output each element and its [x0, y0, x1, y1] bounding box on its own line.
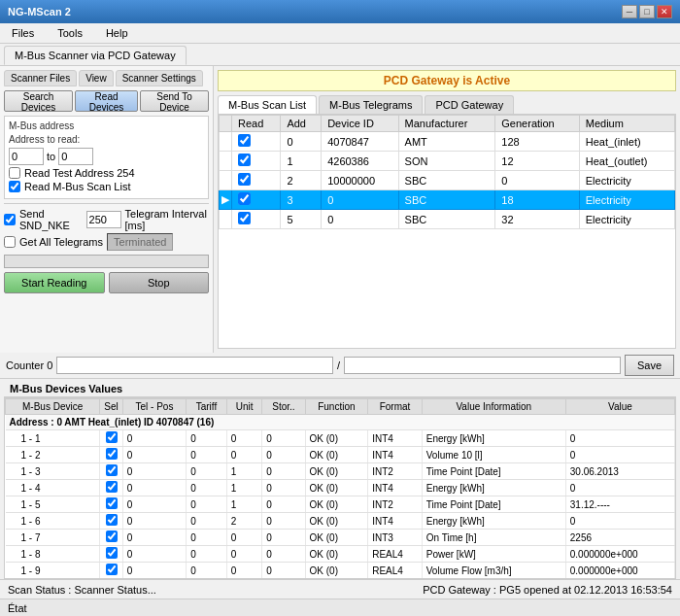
row-manufacturer: SBC — [398, 171, 495, 190]
send-snd-checkbox[interactable] — [4, 214, 16, 225]
val-unit: 2 — [226, 513, 262, 530]
values-table-row[interactable]: 1 - 8 0 0 0 0 OK (0) REAL4 Power [kW] 0.… — [6, 546, 675, 563]
get-all-label: Get All Telegrams — [19, 236, 103, 248]
address-to-label: to — [47, 151, 55, 162]
name-comment-input-2[interactable] — [344, 357, 621, 374]
val-tel-pos: 0 — [122, 546, 186, 563]
row-read — [232, 171, 281, 190]
val-function: OK (0) — [305, 546, 368, 563]
address-to-input[interactable] — [58, 148, 93, 165]
stop-button[interactable]: Stop — [109, 272, 210, 293]
read-test-checkbox[interactable] — [9, 167, 20, 179]
values-table-row[interactable]: 1 - 7 0 0 0 0 OK (0) INT3 On Time [h] 22… — [6, 530, 675, 546]
val-unit: 1 — [226, 463, 262, 480]
row-generation: 0 — [495, 171, 579, 190]
scan-status-value: Scanner Status... — [75, 584, 156, 596]
scan-table-row[interactable]: 2 10000000 SBC 0 Electricity — [220, 171, 675, 190]
values-table-row[interactable]: 1 - 2 0 0 0 0 OK (0) INT4 Volume 10 [l] … — [6, 447, 675, 463]
val-value-info: Volume 10 [l] — [422, 447, 565, 463]
values-header: M-Bus Devices Values — [4, 381, 676, 397]
tab-scanner-settings[interactable]: Scanner Settings — [116, 70, 203, 86]
val-tel-pos: 0 — [122, 463, 186, 480]
val-sel — [100, 480, 122, 496]
maximize-button[interactable]: □ — [639, 5, 655, 18]
val-tariff: 0 — [187, 513, 227, 530]
pcd-gateway-label: PCD Gateway : — [423, 584, 496, 596]
name-comment-input[interactable] — [56, 357, 333, 374]
row-read — [232, 152, 281, 171]
address-from-input[interactable] — [9, 148, 44, 165]
tab-view[interactable]: View — [79, 70, 114, 86]
scan-table-row[interactable]: 1 4260386 SON 12 Heat_(outlet) — [220, 152, 675, 171]
tab-mbus-scan-list[interactable]: M-Bus Scan List — [218, 95, 317, 114]
top-half: Scanner Files View Scanner Settings Sear… — [0, 66, 680, 353]
values-table-row[interactable]: 1 - 3 0 0 1 0 OK (0) INT2 Time Point [Da… — [6, 463, 675, 480]
get-all-checkbox[interactable] — [4, 236, 16, 248]
values-table-row[interactable]: 1 - 5 0 0 1 0 OK (0) INT2 Time Point [Da… — [6, 496, 675, 513]
values-table-row[interactable]: 1 - 9 0 0 0 0 OK (0) REAL4 Volume Flow [… — [6, 563, 675, 579]
val-value-info: Energy [kWh] — [422, 513, 565, 530]
col-read: Read — [232, 116, 281, 132]
tab-scanner-files[interactable]: Scanner Files — [4, 70, 77, 86]
pcd-gateway-info: PCD Gateway : PG5 opened at 02.12.2013 1… — [423, 584, 672, 596]
val-value-info: Time Point [Date] — [422, 463, 565, 480]
scan-table-row[interactable]: ▶ 3 0 SBC 18 Electricity — [220, 190, 675, 210]
values-table-row[interactable]: 1 - 6 0 0 2 0 OK (0) INT4 Energy [kWh] 0 — [6, 513, 675, 530]
val-function: OK (0) — [305, 563, 368, 579]
scanner-tabs: Scanner Files View Scanner Settings — [4, 70, 209, 86]
address-label: M-Bus address — [9, 120, 204, 131]
search-devices-button[interactable]: Search Devices — [4, 90, 73, 112]
values-col-header: Value — [565, 399, 674, 415]
val-stor: 0 — [262, 546, 305, 563]
val-tel-pos: 0 — [122, 563, 186, 579]
read-mbus-checkbox[interactable] — [9, 181, 20, 192]
close-button[interactable]: ✕ — [657, 5, 672, 18]
row-device-id: 0 — [322, 210, 398, 229]
scan-table-row[interactable]: 0 4070847 AMT 128 Heat_(inlet) — [220, 132, 675, 152]
tab-mbus-scanner[interactable]: M-Bus Scanner via PCD Gateway — [4, 46, 187, 65]
row-device-id: 0 — [322, 190, 398, 210]
col-add: Add — [281, 116, 322, 132]
val-sel — [100, 513, 122, 530]
send-snd-value-input[interactable] — [86, 211, 121, 228]
menu-files[interactable]: Files — [4, 25, 42, 41]
val-tariff: 0 — [187, 447, 227, 463]
val-value-info: Volume Flow [m3/h] — [422, 563, 565, 579]
window-title: NG-MScan 2 — [8, 6, 71, 17]
values-table-wrapper[interactable]: M-Bus DeviceSelTel - PosTariffUnitStor..… — [4, 397, 676, 579]
minimize-button[interactable]: ─ — [622, 5, 637, 18]
progress-bar-container — [4, 255, 209, 268]
pcd-gateway-status: PCD Gateway is Active — [218, 70, 676, 91]
val-value: 30.06.2013 — [565, 463, 674, 480]
read-devices-button[interactable]: Read Devices — [75, 90, 138, 112]
tab-mbus-telegrams[interactable]: M-Bus Telegrams — [319, 95, 423, 114]
val-sel — [100, 530, 122, 546]
val-tel-pos: 0 — [122, 480, 186, 496]
values-col-header: Unit — [226, 399, 262, 415]
val-tel-pos: 0 — [122, 496, 186, 513]
row-arrow — [220, 210, 232, 229]
val-device: 1 - 9 — [6, 563, 100, 579]
val-sel — [100, 563, 122, 579]
tab-pcd-gateway[interactable]: PCD Gateway — [425, 95, 514, 114]
val-device: 1 - 2 — [6, 447, 100, 463]
values-table-row[interactable]: 1 - 4 0 0 1 0 OK (0) INT4 Energy [kWh] 0 — [6, 480, 675, 496]
val-value-info: Time Point [Date] — [422, 496, 565, 513]
val-function: OK (0) — [305, 513, 368, 530]
save-button[interactable]: Save — [625, 355, 674, 376]
menu-tools[interactable]: Tools — [50, 25, 90, 41]
val-stor: 0 — [262, 447, 305, 463]
scan-table-row[interactable]: 5 0 SBC 32 Electricity — [220, 210, 675, 229]
val-value-info: Energy [kWh] — [422, 430, 565, 447]
menu-help[interactable]: Help — [98, 25, 136, 41]
values-table-row[interactable]: 1 - 1 0 0 0 0 OK (0) INT4 Energy [kWh] 0 — [6, 430, 675, 447]
bottom-label: État — [8, 602, 27, 614]
divider-1 — [4, 203, 209, 204]
val-stor: 0 — [262, 530, 305, 546]
send-snd-label: Send SND_NKE — [19, 208, 83, 231]
address-row-cell: Address : 0 AMT Heat_(inlet) ID 4070847 … — [6, 415, 675, 430]
val-unit: 0 — [226, 546, 262, 563]
start-reading-button[interactable]: Start Reading — [4, 272, 105, 293]
val-stor: 0 — [262, 463, 305, 480]
send-to-device-button[interactable]: Send To Device — [140, 90, 209, 112]
